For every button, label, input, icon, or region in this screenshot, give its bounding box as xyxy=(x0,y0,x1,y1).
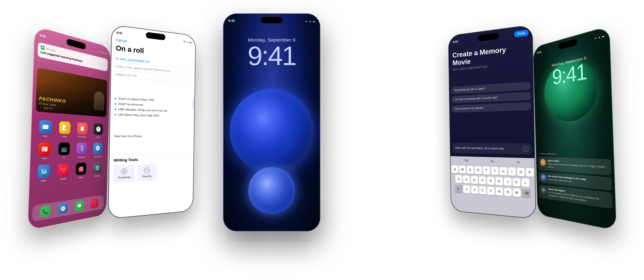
key-delete[interactable]: ⌫ xyxy=(522,189,531,198)
phone5-signal-icon: ▪▪▪ xyxy=(594,36,597,40)
suggestion-3[interactable]: to xyxy=(515,160,522,165)
key-r[interactable]: R xyxy=(475,166,482,174)
lockscreen-orb-outer xyxy=(230,89,314,173)
svg-point-2 xyxy=(124,171,125,171)
svg-point-1 xyxy=(124,171,124,171)
key-i[interactable]: I xyxy=(508,167,516,176)
app-podcasts-label: Podcasts xyxy=(78,156,85,158)
app-news[interactable]: 📰 News xyxy=(38,142,51,160)
writing-tools-section: Writing Tools Proofrea xyxy=(109,154,194,183)
key-n[interactable]: N xyxy=(504,188,512,196)
key-u[interactable]: U xyxy=(500,167,507,176)
notif-avatar-3: K xyxy=(541,186,547,194)
phone-blue-center: 9:41 ▪▪▪ ▲ ▬ Monday, September 9 9:41 xyxy=(223,14,320,232)
app-podcasts[interactable]: 🎙️ Podcasts xyxy=(76,143,87,158)
app-row-3: 🗺️ Maps ❤️ Health 👛 Wallet ⚙️ xyxy=(33,162,105,183)
music-icon: 🎵 xyxy=(90,198,98,209)
key-t[interactable]: T xyxy=(483,166,490,175)
phone3-battery-icon: ▬ xyxy=(313,20,315,23)
lockscreen-orb-inner xyxy=(248,167,295,214)
key-b[interactable]: B xyxy=(496,187,503,196)
phone1-media-card[interactable]: PACHINKO TV Show · Drama tv Apple TV+ xyxy=(36,68,107,117)
key-g[interactable]: G xyxy=(487,176,494,185)
appstore-icon: 🅐 xyxy=(93,143,103,154)
key-s[interactable]: S xyxy=(463,176,470,184)
app-tv[interactable]: 📺 TV xyxy=(58,143,70,159)
key-d[interactable]: D xyxy=(471,176,478,184)
app-mail[interactable]: ✉️ Mail xyxy=(39,120,52,138)
svg-point-0 xyxy=(123,170,126,173)
home-app-grid: ✉️ Mail 📝 Notes 📋 Reminders 🕐 xyxy=(33,120,106,188)
key-l[interactable]: L xyxy=(522,178,529,187)
key-e[interactable]: E xyxy=(467,166,474,174)
safari-icon: 🧭 xyxy=(58,203,68,214)
key-z[interactable]: Z xyxy=(463,185,470,193)
pachinko-media-bg: PACHINKO TV Show · Drama tv Apple TV+ xyxy=(36,68,107,117)
app-appstore[interactable]: 🅐 App Store xyxy=(93,143,103,158)
phone-pink: 9:41 ▪▪▪ ▲ ▬ 💬 Messages Luis suggested w… xyxy=(27,26,111,231)
app-settings[interactable]: ⚙️ Settings xyxy=(92,162,102,178)
proofread-label: Proofread xyxy=(118,176,130,180)
key-w[interactable]: W xyxy=(459,166,466,174)
key-o[interactable]: O xyxy=(517,168,525,176)
scroll-indicator xyxy=(193,100,194,109)
key-a[interactable]: A xyxy=(455,175,462,183)
key-c[interactable]: C xyxy=(479,186,486,194)
key-x[interactable]: X xyxy=(471,186,478,194)
phone-teal: 9:41 ▪▪▪ ▲ ▬ Monday, September 9 9:41 ↑ xyxy=(533,26,617,231)
key-m[interactable]: M xyxy=(513,188,520,197)
memory-title-section: Create a Memory Movie WITH JUST A DESCRI… xyxy=(452,43,528,71)
phone5-wifi-icon: ▲ xyxy=(598,36,600,39)
phone3-screen: 9:41 ▪▪▪ ▲ ▬ Monday, September 9 9:41 xyxy=(224,14,320,231)
dock-phone[interactable]: 📞 xyxy=(40,205,50,218)
key-q[interactable]: Q xyxy=(452,165,458,173)
app-health[interactable]: ❤️ Health xyxy=(58,164,69,181)
notif-content-1: Adrian Alder Table opened at that new Ne… xyxy=(548,159,608,173)
proofread-button[interactable]: Proofread xyxy=(113,165,135,183)
mail-sent-from: Sent from my iPhone xyxy=(114,134,142,138)
key-shift[interactable]: ⇧ xyxy=(454,184,462,193)
app-clock[interactable]: 🕐 Clock xyxy=(94,123,103,138)
mail-to-label: To: xyxy=(116,57,120,60)
key-k[interactable]: K xyxy=(512,178,520,186)
lockscreen-time: 9:41 xyxy=(224,42,320,69)
phone-black: 9:41 5G ▲ ▬ Cancel On a roll To: brian_c… xyxy=(108,24,196,219)
app-maps-label: Maps xyxy=(41,179,46,182)
phone3-status-time: 9:41 xyxy=(228,19,235,23)
phone-dark-ai: 9:41 ▪▪▪ ▲ ▬ Done Create a Memory Movie … xyxy=(448,24,536,219)
rewrite-button[interactable]: Rewrite xyxy=(137,164,157,182)
suggestion-1[interactable]: "The" xyxy=(461,158,471,163)
app-appstore-label: App Store xyxy=(94,155,101,158)
phone1-status-time: 9:41 xyxy=(40,33,46,39)
app-notes[interactable]: 📝 Notes xyxy=(59,121,70,138)
key-f[interactable]: F xyxy=(479,176,486,184)
dock-safari[interactable]: 🧭 xyxy=(58,203,68,214)
rewrite-label: Rewrite xyxy=(142,175,152,178)
app-maps[interactable]: 🗺️ Maps xyxy=(38,164,50,182)
dock-messages[interactable]: 💬 xyxy=(75,200,84,212)
app-reminders[interactable]: 📋 Reminders xyxy=(77,122,88,138)
maps-icon: 🗺️ xyxy=(38,164,50,178)
key-v[interactable]: V xyxy=(487,186,494,195)
suggestion-2[interactable]: the xyxy=(489,159,496,164)
key-p[interactable]: P xyxy=(526,168,534,177)
app-row-1: ✉️ Mail 📝 Notes 📋 Reminders 🕐 xyxy=(35,120,106,138)
key-j[interactable]: J xyxy=(504,178,512,186)
battery-icon: ▬ xyxy=(105,52,107,55)
priority-label: Priority Notifications xyxy=(540,152,556,155)
memory-current-input[interactable]: Hikes with Tim and Marie, set to dream p… xyxy=(452,143,532,154)
messages-icon: 💬 xyxy=(40,45,44,50)
memory-check-icon[interactable]: ✓ xyxy=(523,146,528,152)
key-h[interactable]: H xyxy=(496,177,503,186)
scene: 9:41 ▪▪▪ ▲ ▬ 💬 Messages Luis suggested w… xyxy=(0,0,644,280)
dock-music[interactable]: 🎵 xyxy=(90,198,98,209)
key-y[interactable]: Y xyxy=(491,167,498,175)
app-row-2: 📰 News 📺 TV 🎙️ Podcasts 🅐 xyxy=(34,142,106,160)
phone5-screen: 9:41 ▪▪▪ ▲ ▬ Monday, September 9 9:41 ↑ xyxy=(533,26,616,230)
app-wallet[interactable]: 👛 Wallet xyxy=(76,163,86,179)
app-settings-label: Settings xyxy=(94,174,100,178)
app-mail-label: Mail xyxy=(43,135,47,138)
memory-prompt-3: "est summer in our garden" xyxy=(452,102,531,113)
signal-icon: ▪▪▪ xyxy=(100,50,102,53)
phone1-screen: 9:41 ▪▪▪ ▲ ▬ 💬 Messages Luis suggested w… xyxy=(28,26,111,230)
